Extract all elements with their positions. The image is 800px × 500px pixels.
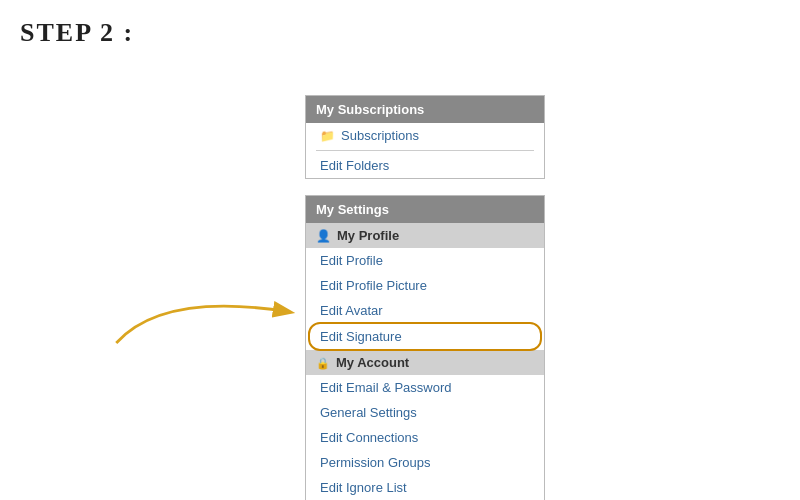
general-settings-label: General Settings <box>320 405 417 420</box>
edit-connections-label: Edit Connections <box>320 430 418 445</box>
subscriptions-panel: My Subscriptions Subscriptions Edit Fold… <box>305 95 545 179</box>
general-settings-item[interactable]: General Settings <box>306 400 544 425</box>
edit-folders-label: Edit Folders <box>320 158 389 173</box>
edit-signature-item[interactable]: Edit Signature <box>310 324 540 349</box>
subscriptions-panel-header: My Subscriptions <box>306 96 544 123</box>
edit-avatar-item[interactable]: Edit Avatar <box>306 298 544 323</box>
edit-connections-item[interactable]: Edit Connections <box>306 425 544 450</box>
edit-folders-item[interactable]: Edit Folders <box>306 153 544 178</box>
edit-email-password-label: Edit Email & Password <box>320 380 452 395</box>
person-icon <box>316 228 331 243</box>
my-profile-section: My Profile <box>306 223 544 248</box>
edit-profile-label: Edit Profile <box>320 253 383 268</box>
subscriptions-item[interactable]: Subscriptions <box>306 123 544 148</box>
lock-icon <box>316 355 330 370</box>
settings-panel: My Settings My Profile Edit Profile Edit… <box>305 195 545 500</box>
settings-panel-header: My Settings <box>306 196 544 223</box>
edit-profile-picture-item[interactable]: Edit Profile Picture <box>306 273 544 298</box>
edit-email-password-item[interactable]: Edit Email & Password <box>306 375 544 400</box>
my-account-label: My Account <box>336 355 409 370</box>
folder-icon <box>320 128 335 143</box>
panel-divider <box>316 150 534 151</box>
edit-profile-picture-label: Edit Profile Picture <box>320 278 427 293</box>
edit-signature-label: Edit Signature <box>320 329 402 344</box>
edit-avatar-label: Edit Avatar <box>320 303 383 318</box>
step-title: STEP 2 : <box>20 18 134 48</box>
my-account-section: My Account <box>306 350 544 375</box>
subscriptions-label: Subscriptions <box>341 128 419 143</box>
edit-ignore-list-label: Edit Ignore List <box>320 480 407 495</box>
edit-profile-item[interactable]: Edit Profile <box>306 248 544 273</box>
my-profile-label: My Profile <box>337 228 399 243</box>
edit-ignore-list-item[interactable]: Edit Ignore List <box>306 475 544 500</box>
arrow-indicator <box>105 282 315 357</box>
permission-groups-item[interactable]: Permission Groups <box>306 450 544 475</box>
permission-groups-label: Permission Groups <box>320 455 431 470</box>
